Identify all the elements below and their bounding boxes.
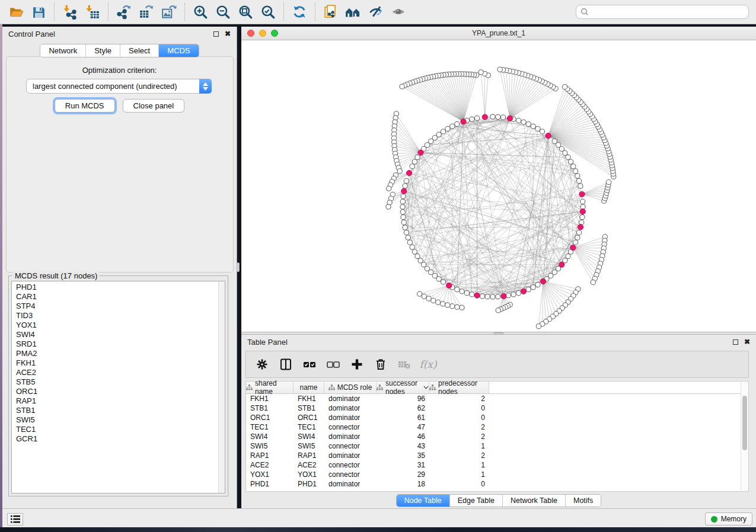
close-panel-icon[interactable]: ✖ — [744, 339, 750, 345]
show-all-icon[interactable] — [387, 2, 410, 22]
search-input[interactable] — [592, 8, 748, 16]
mcds-result-item[interactable]: ACE2 — [12, 368, 218, 377]
mcds-result-item[interactable]: PMA2 — [12, 349, 218, 358]
table-row[interactable]: YOX1YOX1connector291 — [246, 470, 748, 479]
column-header-predecessor-nodes[interactable]: predecessor nodes — [429, 382, 489, 393]
mcds-result-item[interactable]: STB5 — [12, 377, 218, 387]
mcds-result-item[interactable]: SWI4 — [12, 330, 218, 339]
table-row[interactable]: ORC1ORC1dominator610 — [246, 413, 748, 422]
network-from-file-icon[interactable] — [320, 2, 342, 22]
column-header-name[interactable]: name — [294, 382, 324, 393]
mcds-result-item[interactable]: PHD1 — [12, 283, 218, 292]
network-titlebar[interactable]: YPA_prune.txt_1 — [241, 27, 756, 40]
table-scrollbar-thumb[interactable] — [742, 396, 747, 450]
cell-name: PHD1 — [294, 480, 324, 488]
open-file-icon[interactable] — [5, 2, 27, 22]
zoom-out-icon[interactable] — [212, 2, 234, 22]
mcds-result-item[interactable]: CAR1 — [12, 292, 218, 302]
close-panel-button[interactable]: Close panel — [123, 99, 185, 113]
mcds-result-title: MCDS result (17 nodes) — [12, 271, 100, 280]
tab-style[interactable]: Style — [85, 44, 120, 57]
close-panel-icon[interactable]: ✖ — [225, 31, 231, 37]
export-image-icon[interactable] — [158, 2, 180, 22]
vertical-splitter-grip[interactable] — [237, 262, 240, 272]
column-header-MCDS-role[interactable]: MCDS role — [324, 382, 377, 393]
select-all-icon[interactable] — [302, 357, 317, 372]
tab-select[interactable]: Select — [120, 44, 158, 57]
import-table-icon[interactable] — [81, 2, 104, 22]
export-network-icon[interactable] — [113, 2, 135, 22]
column-settings-gear-icon[interactable] — [254, 357, 270, 372]
float-window-icon[interactable] — [213, 31, 219, 37]
cell-name: STB1 — [294, 404, 324, 412]
delete-table-icon-disabled — [397, 357, 412, 372]
table-panel-title: Table Panel — [247, 338, 288, 347]
zoom-in-icon[interactable] — [189, 2, 212, 22]
table-row[interactable]: ACE2ACE2connector311 — [246, 460, 748, 470]
cell-successor-nodes: 43 — [377, 442, 429, 450]
tab-motifs[interactable]: Motifs — [565, 495, 601, 507]
control-panel: Control Panel ✖ NetworkStyleSelectMCDS O… — [2, 27, 237, 508]
mcds-result-item[interactable]: ORC1 — [12, 387, 218, 396]
table-row[interactable]: FKH1FKH1dominator962 — [246, 394, 748, 403]
run-mcds-button[interactable]: Run MCDS — [55, 99, 115, 113]
add-column-icon[interactable] — [349, 357, 365, 372]
toolbar-separator — [54, 3, 55, 21]
table-row[interactable]: STB1STB1dominator620 — [246, 403, 748, 413]
zoom-fit-icon[interactable] — [234, 2, 257, 22]
column-header-successor-nodes[interactable]: successor nodes — [377, 382, 429, 393]
deselect-all-icon[interactable] — [326, 357, 341, 372]
mcds-result-item[interactable]: RAP1 — [12, 396, 218, 406]
table-row[interactable]: SWI4SWI4dominator462 — [246, 432, 748, 441]
tab-edge-table[interactable]: Edge Table — [449, 495, 502, 507]
cell-successor-nodes: 62 — [377, 404, 429, 412]
show-tasks-button[interactable] — [7, 513, 23, 525]
tab-node-table[interactable]: Node Table — [397, 495, 449, 507]
cell-shared-name: RAP1 — [246, 451, 294, 460]
mcds-result-item[interactable]: YOX1 — [12, 321, 218, 330]
save-session-icon[interactable] — [27, 2, 50, 22]
cell-successor-nodes: 31 — [377, 461, 429, 469]
mcds-list-scrollbar[interactable] — [218, 281, 225, 493]
hide-selected-icon[interactable] — [365, 2, 387, 22]
table-row[interactable]: PHD1PHD1dominator180 — [246, 479, 748, 489]
export-table-icon[interactable] — [135, 2, 158, 22]
show-columns-icon[interactable] — [278, 357, 294, 372]
delete-column-trash-icon[interactable] — [373, 357, 388, 372]
mcds-result-list[interactable]: PHD1CAR1STP4TID3YOX1SWI4SRD1PMA2FKH1ACE2… — [11, 281, 225, 493]
cell-name: SWI4 — [294, 432, 324, 441]
table-row[interactable]: TEC1TEC1connector472 — [246, 422, 748, 432]
float-window-icon[interactable] — [733, 339, 738, 345]
cell-predecessor-nodes: 1 — [429, 442, 489, 450]
mcds-result-item[interactable]: STB1 — [12, 406, 218, 415]
tab-network[interactable]: Network — [40, 44, 85, 57]
mcds-result-item[interactable]: SRD1 — [12, 339, 218, 349]
criterion-dropdown[interactable]: largest connected component (undirected) — [26, 79, 212, 94]
table-row[interactable]: SWI5SWI5connector431 — [246, 441, 748, 451]
mcds-result-item[interactable]: TID3 — [12, 311, 218, 321]
memory-button[interactable]: Memory — [705, 512, 752, 525]
import-network-icon[interactable] — [59, 2, 81, 22]
tab-network-table[interactable]: Network Table — [502, 495, 565, 507]
mcds-result-item[interactable]: STP4 — [12, 302, 218, 311]
first-neighbors-icon[interactable] — [342, 2, 365, 22]
table-scrollbar[interactable] — [741, 382, 748, 491]
control-panel-tabs: NetworkStyleSelectMCDS — [2, 44, 237, 57]
toolbar-separator — [315, 3, 315, 21]
mcds-result-item[interactable]: TEC1 — [12, 425, 218, 434]
column-header-shared-name[interactable]: shared name — [246, 382, 294, 393]
mcds-result-item[interactable]: SWI5 — [12, 415, 218, 425]
table-row[interactable]: RAP1RAP1dominator352 — [246, 451, 748, 460]
tab-mcds[interactable]: MCDS — [158, 44, 198, 57]
zoom-selected-icon[interactable] — [257, 2, 279, 22]
cell-successor-nodes: 18 — [377, 480, 429, 488]
apply-layout-icon[interactable] — [288, 2, 311, 22]
network-view-canvas[interactable] — [241, 40, 756, 332]
network-window-title: YPA_prune.txt_1 — [241, 29, 756, 37]
sort-desc-icon — [423, 386, 429, 389]
search-box[interactable] — [576, 5, 749, 19]
cell-shared-name: YOX1 — [246, 470, 294, 479]
mcds-result-item[interactable]: GCR1 — [12, 434, 218, 444]
memory-label: Memory — [721, 515, 747, 523]
mcds-result-item[interactable]: FKH1 — [12, 358, 218, 368]
